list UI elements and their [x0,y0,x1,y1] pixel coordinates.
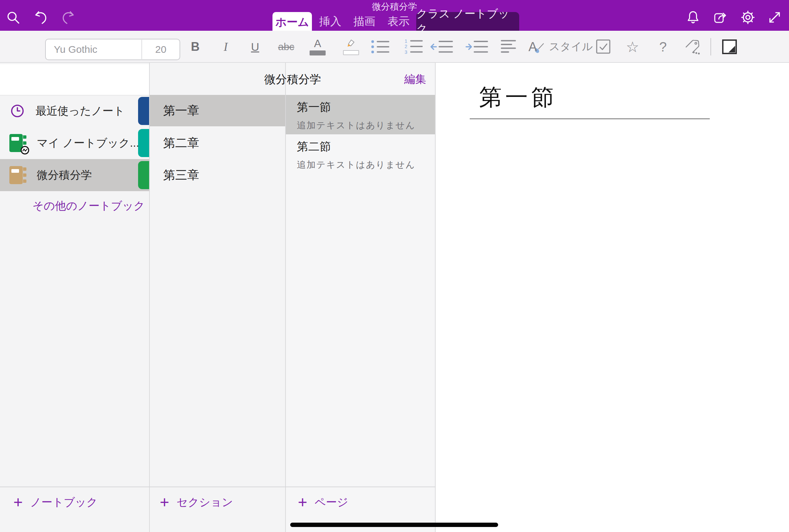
notebook-title: 微分積分学 [150,63,436,96]
tab-view[interactable]: 表示 [382,12,415,31]
styles-label: スタイル [549,39,593,54]
section-item-2[interactable]: 第二章 [150,127,285,159]
italic-button[interactable]: I [216,31,235,63]
plus-icon: + [160,494,169,510]
svg-text:2: 2 [405,44,407,49]
bold-button[interactable]: B [186,31,205,63]
sidebar-item-calculus[interactable]: 微分積分学 [0,159,149,191]
sidebar-item-recent-notes[interactable]: 最近使ったノート [0,95,149,127]
add-section-button[interactable]: + セクション [160,492,233,512]
font-color-icon: A [309,38,326,55]
help-button[interactable]: ? [650,31,676,63]
notebook-edge-tab-teal [138,129,149,157]
page-content[interactable]: 第一節 [436,63,789,532]
panes: 最近使ったノート マイ ノートブック... 微分積分学 [0,63,789,532]
more-notebooks-link[interactable]: その他のノートブック [33,196,145,216]
highlighter-button[interactable] [338,31,364,63]
sidebar-item-label: 最近使ったノート [35,103,125,119]
section-item-1[interactable]: 第一章 [150,95,285,126]
star-icon: ☆ [626,38,639,55]
todo-checkbox-button[interactable] [590,31,617,63]
tag-icon [685,38,701,55]
bullet-list-button[interactable] [366,31,395,63]
sidebar-header-area [0,64,149,96]
document-title: 微分積分学 [0,1,789,13]
svg-text:3: 3 [405,50,407,55]
tab-draw[interactable]: 描画 [349,12,380,31]
section-item-3[interactable]: 第三章 [150,159,285,191]
underline-button[interactable]: U [246,31,264,63]
todo-checkbox-icon [596,39,612,55]
edit-button[interactable]: 編集 [404,63,426,96]
tab-insert[interactable]: 挿入 [314,12,346,31]
bullet-list-icon [371,38,391,55]
pages-panel: 第一節 追加テキストはありません 第二節 追加テキストはありません + ページ [286,63,436,532]
highlighter-icon [343,38,359,55]
format-toolbar: Yu Gothic 20 B I U abc A [0,31,789,63]
redo-icon[interactable] [60,10,76,25]
notebooks-sidebar: 最近使ったノート マイ ノートブック... 微分積分学 [0,63,150,532]
numbered-list-icon: 1 2 3 [404,38,425,55]
toolbar-divider [710,38,711,55]
font-name[interactable]: Yu Gothic [46,44,142,55]
title-underline [470,118,710,119]
sidebar-item-label: マイ ノートブック... [37,136,139,151]
strikethrough-button[interactable]: abc [273,31,300,63]
settings-icon[interactable] [740,10,756,25]
home-indicator[interactable] [290,522,498,527]
sidebar-item-label: 微分積分学 [37,168,92,183]
undo-icon[interactable] [33,10,49,25]
alignment-icon [501,38,518,55]
font-color-button[interactable]: A [304,31,331,63]
notebook-sync-icon [10,134,27,152]
tab-home[interactable]: ホーム [273,12,312,33]
page-color-icon [722,39,737,54]
tag-button[interactable] [680,31,707,63]
footer-divider [0,487,436,487]
topbar: 微分積分学 ホーム 挿入 描画 表示 クラス ノートブック [0,0,789,31]
tab-class-notebook[interactable]: クラス ノートブック [416,12,519,31]
sync-badge-icon [20,146,30,155]
indent-button[interactable] [461,31,494,63]
page-title[interactable]: 第一節 [479,82,557,113]
font-size[interactable]: 20 [142,40,180,59]
alignment-button[interactable] [495,31,524,63]
page-item-1[interactable]: 第一節 追加テキストはありません [286,95,435,134]
notebook-edge-tab-blue [138,97,149,125]
page-item-2[interactable]: 第二節 追加テキストはありません [286,134,435,174]
notifications-icon[interactable] [685,10,701,25]
font-picker[interactable]: Yu Gothic 20 [45,39,180,60]
star-button[interactable]: ☆ [619,31,646,63]
svg-text:1: 1 [405,38,407,44]
sections-panel: 第一章 第二章 第三章 + セクション [150,63,286,532]
add-page-button[interactable]: + ページ [298,492,349,512]
search-icon[interactable] [5,10,21,25]
numbered-list-button[interactable]: 1 2 3 [399,31,429,63]
page-color-button[interactable] [716,31,743,63]
styles-button[interactable]: A スタイル [526,31,596,63]
notebook-icon [10,166,27,184]
add-notebook-button[interactable]: + ノートブック [13,492,98,512]
onenote-app: 微分積分学 ホーム 挿入 描画 表示 クラス ノートブック [0,0,789,532]
plus-icon: + [13,494,23,510]
plus-icon: + [298,494,307,510]
sidebar-item-my-notebook[interactable]: マイ ノートブック... [0,127,149,159]
expand-icon[interactable] [767,10,783,25]
outdent-icon [430,38,454,55]
share-icon[interactable] [712,10,729,25]
clock-icon [10,103,25,119]
indent-icon [465,38,489,55]
notebook-list-header: 微分積分学 編集 [150,63,436,96]
notebook-edge-tab-green [138,161,149,189]
outdent-button[interactable] [425,31,459,63]
